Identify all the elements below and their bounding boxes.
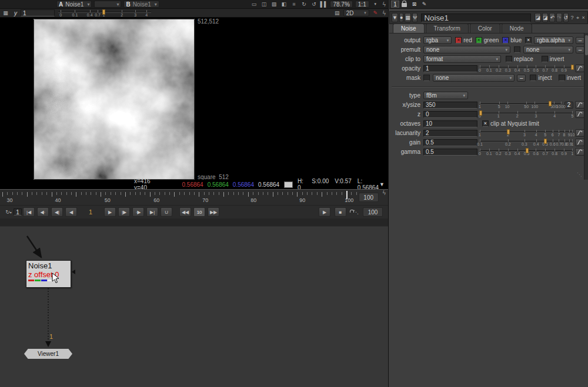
pause-icon[interactable]: ▌▌ bbox=[319, 1, 328, 8]
opacity-curve-button[interactable] bbox=[575, 65, 584, 72]
fps-box[interactable]: 100 bbox=[363, 207, 383, 217]
resize-grip-icon[interactable]: ⋱ bbox=[577, 171, 582, 177]
xysize-split-button[interactable]: 2 bbox=[564, 102, 573, 109]
scrollbar-thumb[interactable] bbox=[585, 35, 588, 55]
remove-channel-button[interactable]: – bbox=[576, 37, 584, 44]
noise-node[interactable]: Noise1 z offset 0 bbox=[26, 260, 71, 288]
float-panel-button[interactable]: ◪ bbox=[534, 13, 541, 22]
input-b-dropdown[interactable]: B Noise1 ▾ bbox=[123, 1, 159, 8]
layers-icon[interactable]: ◧ bbox=[279, 1, 288, 8]
lacunarity-curve-button[interactable] bbox=[575, 129, 584, 137]
gain-field[interactable] bbox=[423, 139, 477, 146]
revert-button[interactable]: ↺ bbox=[563, 13, 569, 22]
opacity-field[interactable] bbox=[423, 65, 477, 72]
postage-stamp-button[interactable]: ▦ bbox=[405, 13, 411, 22]
loop-range-button[interactable]: U bbox=[161, 207, 172, 217]
update-icon[interactable]: ↺ bbox=[309, 1, 318, 8]
step-back-button[interactable]: ◀| bbox=[51, 207, 63, 217]
node-name-field[interactable] bbox=[421, 14, 531, 22]
inject-checkbox[interactable] bbox=[530, 75, 536, 81]
premult-dropdown[interactable]: none▾ bbox=[423, 46, 510, 53]
lacunarity-field[interactable] bbox=[423, 130, 477, 137]
gain-toggle-icon[interactable]: ▭ bbox=[249, 1, 258, 8]
gamma-curve-button[interactable] bbox=[575, 148, 584, 156]
z-curve-button[interactable] bbox=[575, 110, 584, 118]
close-panel-button[interactable]: × bbox=[582, 14, 585, 21]
viewer-gamma-slider[interactable]: 00.10.40.71234 bbox=[58, 9, 151, 17]
gamma-knob-slider[interactable]: 00.10.20.30.40.50.60.70.80.91 bbox=[480, 147, 573, 156]
lock-icon[interactable] bbox=[400, 1, 409, 8]
slider-handle[interactable] bbox=[507, 129, 510, 134]
proxy-ratio-dropdown[interactable]: 1:1 bbox=[355, 1, 369, 8]
zoom-level-dropdown[interactable]: 78.7% bbox=[330, 1, 352, 8]
green-channel-checkbox[interactable]: × bbox=[476, 37, 482, 43]
viewer-gamma-field[interactable] bbox=[21, 9, 55, 16]
blend-mode-dropdown[interactable]: ▾ bbox=[94, 1, 121, 8]
pane-menu-icon[interactable]: ϟ bbox=[383, 190, 386, 205]
scanlines-icon[interactable]: ≡ bbox=[289, 1, 298, 8]
z-field[interactable] bbox=[423, 111, 477, 118]
clipto-dropdown[interactable]: format▾ bbox=[423, 55, 501, 63]
premult-mask-dropdown[interactable]: none▾ bbox=[523, 46, 573, 53]
replace-checkbox[interactable] bbox=[506, 56, 512, 62]
dock-icon[interactable]: ◫ bbox=[259, 1, 268, 8]
roi-pencil-icon[interactable]: ✎ bbox=[371, 9, 380, 16]
slider-handle[interactable] bbox=[526, 148, 529, 153]
playhead-marker[interactable] bbox=[346, 191, 348, 199]
nyquist-checkbox[interactable]: × bbox=[482, 120, 489, 127]
loop-mode-icon[interactable]: ↻▾ bbox=[4, 208, 13, 216]
panel-scrollbar[interactable] bbox=[584, 33, 588, 180]
tab-transform[interactable]: Transform bbox=[426, 23, 469, 33]
stripes-icon[interactable]: ▨ bbox=[269, 1, 278, 8]
next-keyframe-button[interactable]: ·▶ bbox=[132, 207, 144, 217]
gain-slider[interactable]: 0.10.20.30.40.50.60.70.80.91 bbox=[480, 138, 573, 147]
go-to-end-button[interactable]: ▶| bbox=[146, 207, 158, 217]
tab-node[interactable]: Node bbox=[502, 23, 532, 33]
maximize-panel-button[interactable]: ◪ bbox=[542, 13, 549, 22]
prev-keyframe-button[interactable]: ◀· bbox=[37, 207, 49, 217]
mask-dropdown[interactable]: none▾ bbox=[433, 74, 514, 82]
stop-button[interactable]: ■ bbox=[335, 207, 346, 217]
tab-noise[interactable]: Noise bbox=[393, 23, 425, 33]
viewer-canvas[interactable]: 512,512 square_512 bbox=[0, 18, 388, 180]
channels-button[interactable]: Ψ bbox=[412, 13, 418, 22]
xysize-curve-button[interactable] bbox=[575, 101, 584, 109]
slider-handle[interactable] bbox=[549, 101, 552, 106]
refresh-icon[interactable]: ↻ bbox=[299, 1, 308, 8]
view-mode-dropdown[interactable]: 2D ▾ bbox=[343, 9, 369, 16]
step-forward-button[interactable]: |▶ bbox=[118, 207, 130, 217]
gamma-knob-field[interactable] bbox=[423, 149, 477, 156]
mask-invert-checkbox[interactable] bbox=[559, 75, 565, 81]
stamp-icon[interactable]: ▤ bbox=[333, 9, 342, 16]
alpha-channel-dropdown[interactable]: rgba.alpha▾ bbox=[534, 36, 573, 44]
undo-button[interactable]: ↶ bbox=[549, 13, 555, 22]
chevron-down-icon[interactable]: ▾ bbox=[371, 1, 380, 8]
redo-button[interactable]: ↷ bbox=[556, 13, 562, 22]
play-backward-button[interactable]: ◀ bbox=[65, 207, 77, 217]
slider-handle[interactable] bbox=[571, 65, 574, 70]
xysize-field[interactable] bbox=[423, 102, 477, 109]
octaves-field[interactable] bbox=[423, 120, 477, 127]
slider-handle[interactable] bbox=[479, 110, 482, 116]
node-graph-pane[interactable]: Noise1 z offset 0 1 Viewer1 bbox=[0, 218, 388, 387]
remove-premult-button[interactable]: – bbox=[576, 46, 584, 53]
grid-icon[interactable]: ▦ bbox=[1, 9, 10, 16]
help-button[interactable]: ? bbox=[570, 14, 574, 21]
chevron-down-icon[interactable]: ▼ bbox=[379, 181, 385, 187]
lacunarity-slider[interactable]: 12345678910 bbox=[480, 129, 573, 137]
slider-handle[interactable] bbox=[102, 9, 105, 15]
range-end-box[interactable]: 100 bbox=[359, 193, 379, 202]
xysize-slider[interactable]: 1510501005001000 bbox=[480, 100, 562, 109]
skip-back-button[interactable]: ◀◀ bbox=[179, 207, 191, 217]
pane-menu-icon[interactable]: ϟ bbox=[383, 1, 386, 8]
z-slider[interactable]: 012345 bbox=[480, 110, 573, 119]
slider-handle[interactable] bbox=[544, 139, 547, 144]
pane-menu-icon[interactable]: ϟ bbox=[383, 10, 386, 16]
viewer-node[interactable]: Viewer1 bbox=[24, 349, 72, 359]
close-all-panels-icon[interactable]: ⊠ bbox=[410, 1, 419, 8]
opacity-slider[interactable]: 00.10.20.30.40.50.60.70.80.9 bbox=[480, 64, 573, 73]
clipto-invert-checkbox[interactable] bbox=[542, 56, 548, 62]
edit-icon[interactable]: ✎ bbox=[420, 1, 429, 8]
play-forward-button[interactable]: ▶ bbox=[104, 207, 116, 217]
collapse-panel-button[interactable]: ▼ bbox=[392, 13, 398, 22]
